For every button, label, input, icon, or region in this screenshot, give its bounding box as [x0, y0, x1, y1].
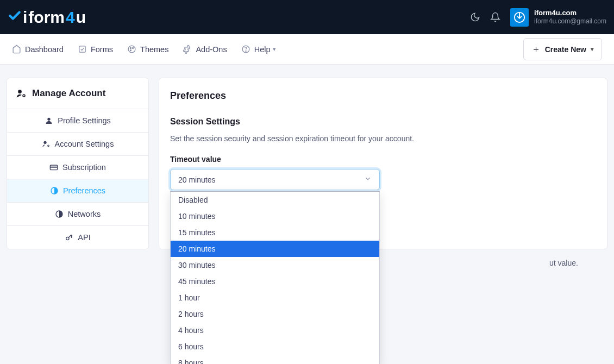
notification-icon[interactable]	[490, 12, 500, 22]
avatar	[510, 8, 529, 27]
nav-items: Dashboard Forms Themes Add-Ons Help ▾	[12, 45, 276, 54]
dropdown-option[interactable]: Disabled	[171, 192, 379, 208]
dropdown-option[interactable]: 10 minutes	[171, 208, 379, 224]
svg-point-17	[66, 237, 69, 240]
user-email: iform4u.com@gmail.com	[534, 17, 606, 26]
dropdown-option[interactable]: 45 minutes	[171, 273, 379, 290]
svg-point-11	[43, 141, 46, 144]
dropdown-option[interactable]: 1 hour	[171, 290, 379, 306]
sidebar-item-label: Networks	[68, 210, 101, 218]
timeout-dropdown: Disabled10 minutes15 minutes20 minutes30…	[170, 191, 380, 364]
main-nav: Dashboard Forms Themes Add-Ons Help ▾ ＋ …	[0, 34, 614, 65]
timeout-select[interactable]: 20 minutes	[170, 169, 380, 190]
dark-mode-icon[interactable]	[470, 12, 480, 22]
nav-label: Dashboard	[25, 45, 64, 54]
brand-text-3: 4	[66, 8, 75, 27]
sidebar-item-label: Subscription	[62, 163, 106, 172]
dropdown-option[interactable]: 8 hours	[171, 355, 379, 364]
nav-label: Themes	[140, 45, 168, 54]
dropdown-option[interactable]: 6 hours	[171, 338, 379, 355]
sidebar-item-label: Preferences	[63, 186, 105, 195]
nav-forms[interactable]: Forms	[78, 45, 113, 54]
select-value: 20 minutes	[178, 175, 215, 184]
brand-logo[interactable]: i form 4 u	[8, 8, 86, 27]
sidebar: Manage Account Profile Settings Account …	[7, 78, 149, 249]
sidebar-item-label: Profile Settings	[58, 116, 111, 125]
svg-point-7	[246, 51, 246, 51]
nav-help[interactable]: Help ▾	[241, 45, 277, 54]
brand-check-icon	[8, 8, 22, 27]
top-bar: i form 4 u iform4u.com iform4u.com@gmail…	[0, 0, 614, 34]
create-new-button[interactable]: ＋ Create New ▾	[523, 38, 602, 60]
timeout-select-wrap: 20 minutes Disabled10 minutes15 minutes2…	[170, 169, 380, 190]
svg-point-3	[130, 47, 131, 48]
dropdown-option[interactable]: 4 hours	[171, 322, 379, 338]
nav-label: Forms	[91, 45, 113, 54]
content-panel: Preferences Session Settings Set the ses…	[159, 78, 607, 249]
sidebar-item-subscription[interactable]: Subscription	[7, 156, 148, 179]
nav-addons[interactable]: Add-Ons	[183, 45, 227, 54]
sidebar-item-account[interactable]: Account Settings	[7, 133, 148, 156]
nav-label: Add-Ons	[196, 45, 227, 54]
nav-dashboard[interactable]: Dashboard	[12, 45, 64, 54]
svg-rect-1	[79, 46, 85, 52]
plus-icon: ＋	[531, 43, 541, 55]
svg-point-4	[133, 47, 134, 48]
brand-text-2: form	[28, 8, 65, 27]
user-menu[interactable]: iform4u.com iform4u.com@gmail.com	[510, 8, 606, 27]
page-title: Preferences	[170, 90, 596, 102]
page-body: Manage Account Profile Settings Account …	[0, 65, 614, 262]
chevron-down-icon: ▾	[591, 46, 594, 53]
dropdown-option[interactable]: 20 minutes	[171, 241, 379, 257]
section-title: Session Settings	[170, 117, 596, 127]
section-description: Set the session security and session exp…	[170, 134, 596, 143]
card-icon	[49, 163, 58, 172]
svg-point-10	[48, 118, 51, 121]
dropdown-option[interactable]: 30 minutes	[171, 257, 379, 273]
sidebar-item-label: API	[78, 233, 90, 242]
dropdown-option[interactable]: 2 hours	[171, 306, 379, 322]
user-name: iform4u.com	[534, 9, 606, 17]
svg-point-5	[130, 50, 131, 51]
sidebar-item-label: Account Settings	[55, 140, 114, 148]
svg-point-2	[128, 46, 135, 53]
nav-label: Help	[254, 45, 271, 54]
user-texts: iform4u.com iform4u.com@gmail.com	[534, 9, 606, 26]
chevron-down-icon: ▾	[273, 46, 276, 53]
svg-point-8	[18, 90, 22, 93]
field-label-timeout: Timeout value	[170, 155, 596, 164]
key-icon	[65, 233, 73, 242]
create-btn-label: Create New	[545, 45, 586, 54]
user-gear-icon	[16, 88, 27, 99]
brand-text-4: u	[76, 8, 86, 27]
dropdown-option[interactable]: 15 minutes	[171, 224, 379, 241]
svg-rect-14	[50, 167, 57, 168]
svg-point-9	[23, 95, 25, 97]
sidebar-item-networks[interactable]: Networks	[7, 203, 148, 226]
sidebar-title: Manage Account	[32, 88, 105, 99]
nav-themes[interactable]: Themes	[127, 45, 168, 54]
chevron-down-icon	[364, 175, 372, 184]
user-icon	[45, 116, 53, 125]
sidebar-header: Manage Account	[7, 78, 148, 109]
sidebar-item-api[interactable]: API	[7, 226, 148, 249]
topbar-right: iform4u.com iform4u.com@gmail.com	[470, 8, 606, 27]
contrast-icon	[55, 210, 64, 218]
hint-text-fragment: ut value.	[549, 259, 578, 267]
user-cog-icon	[42, 140, 51, 148]
contrast-icon	[50, 186, 59, 195]
sidebar-item-preferences[interactable]: Preferences	[7, 179, 148, 203]
sidebar-item-profile[interactable]: Profile Settings	[7, 109, 148, 133]
svg-point-12	[47, 145, 49, 147]
brand-text-1: i	[23, 8, 27, 27]
